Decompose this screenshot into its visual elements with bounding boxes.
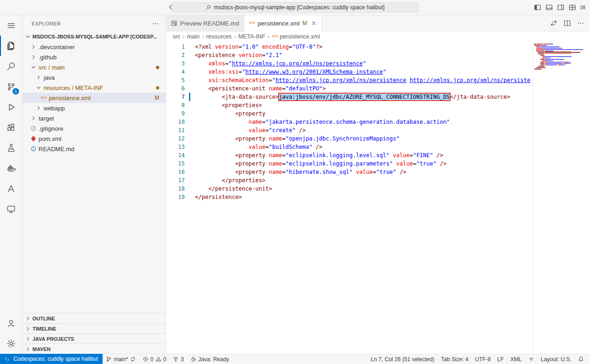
tree-item-target[interactable]: target [22, 113, 166, 123]
status-forwarded-ports[interactable]: 3 [169, 354, 187, 364]
status-problems[interactable]: 00 [139, 354, 169, 364]
activity-azure[interactable] [0, 179, 22, 199]
customize-layout-icon[interactable] [569, 4, 576, 11]
code-line-15[interactable]: 15 <property name="eclipselink.logging.p… [166, 160, 533, 168]
status-encoding[interactable]: UTF-8 [472, 354, 494, 364]
status-notifications[interactable] [575, 354, 587, 364]
line-number: 18 [166, 185, 185, 193]
code-line-19[interactable]: 19</persistence> [166, 193, 533, 201]
gutter [185, 51, 195, 59]
status-cursor-position[interactable]: Ln 7, Col 26 (51 selected) [367, 354, 437, 364]
tree-item-persistence-xml[interactable]: </>persistence.xmlM [22, 93, 166, 103]
status-tab-size[interactable]: Tab Size: 4 [438, 354, 472, 364]
sidebar-section-outline[interactable]: OUTLINE [22, 313, 166, 323]
minimap-line [534, 44, 584, 45]
status-connection[interactable] [525, 354, 538, 364]
minimap-line [534, 57, 584, 58]
tree-item-webapp[interactable]: webapp [22, 103, 166, 113]
code-line-5[interactable]: 5 xsi:schemaLocation="http://xmlns.jcp.o… [166, 76, 533, 84]
code-line-7[interactable]: 7 <jta-data-source>java:jboss/env/jdbc/A… [166, 93, 533, 101]
code-text: <property name="eclipselink.logging.leve… [195, 151, 443, 160]
status-right: Ln 7, Col 26 (51 selected)Tab Size: 4UTF… [367, 354, 590, 364]
code-line-3[interactable]: 3 xmlns="http://xmlns.jcp.org/xml/ns/per… [166, 59, 533, 68]
code-text: <property name="openjpa.jdbc.Synchronize… [195, 134, 400, 143]
activity-source-control[interactable]: 1 [0, 77, 22, 97]
activity-menu[interactable] [0, 15, 22, 36]
code-line-2[interactable]: 2<persistence version="2.1" [166, 51, 533, 59]
command-center-search[interactable]: msdocs-jboss-mysql-sample-app [Codespace… [172, 2, 419, 13]
activity-explorer[interactable] [0, 36, 22, 56]
more-actions-icon[interactable] [577, 19, 584, 27]
activity-extensions[interactable] [0, 117, 22, 138]
code-line-12[interactable]: 12 <property name="openjpa.jdbc.Synchron… [166, 134, 533, 143]
tree-item-pom-xml[interactable]: pom.xml [22, 134, 166, 144]
code-line-1[interactable]: 1<?xml version="1.0" encoding="UTF-8"?> [166, 43, 533, 51]
tree-item-label: .devcontainer [39, 44, 75, 51]
tree-item-devcontainer[interactable]: .devcontainer [22, 42, 166, 52]
status-text: Layout: U.S. [541, 356, 571, 363]
tab-preview-readme-md[interactable]: Preview README.md [166, 15, 244, 31]
activity-run-debug[interactable] [0, 97, 22, 117]
layout-panel-icon[interactable] [545, 4, 553, 11]
breadcrumb-meta-inf[interactable]: META-INF [238, 33, 265, 40]
split-editor-icon[interactable] [564, 19, 571, 27]
tree-item-github[interactable]: .github [22, 52, 166, 62]
tree-item-src-main[interactable]: src / main [22, 62, 166, 72]
chevron-right-icon [24, 315, 32, 322]
swap-icon[interactable] [550, 19, 558, 27]
tree-root-folder[interactable]: MSDOCS-JBOSS-MYSQL-SAMPLE-APP [CODESP... [22, 32, 166, 42]
tree-item-java[interactable]: java [22, 72, 166, 83]
status-eol[interactable]: LF [494, 354, 507, 364]
activity-container[interactable] [0, 158, 22, 179]
layout-sidebar-left-icon[interactable] [534, 4, 541, 11]
code-line-18[interactable]: 18 </persistence-unit> [166, 185, 533, 193]
sidebar-section-java-projects[interactable]: JAVA PROJECTS [22, 333, 166, 344]
layout-secondary-icon[interactable] [557, 4, 564, 11]
tree-item-resources-meta-inf[interactable]: resources / META-INF [22, 83, 166, 93]
code-line-17[interactable]: 17 </properties> [166, 176, 533, 185]
sidebar-section-timeline[interactable]: TIMELINE [22, 323, 166, 333]
activity-settings-gear[interactable] [0, 333, 22, 354]
status-java-status[interactable]: Java: Ready [187, 354, 233, 364]
code-line-11[interactable]: 11 value="create" /> [166, 126, 533, 134]
status-git-branch[interactable]: main* [103, 354, 139, 364]
code-line-4[interactable]: 4 xmlns:xsi="http://www.w3.org/2001/XMLS… [166, 68, 533, 76]
tree-item-gitignore[interactable]: .gitignore [22, 123, 166, 134]
selected-text: java:jboss/env/jdbc/AZURE_MYSQL_CONNECTI… [279, 94, 450, 100]
code-line-6[interactable]: 6 <persistence-unit name="defaultPU"> [166, 84, 533, 93]
editor-scrollbar[interactable] [584, 42, 590, 354]
gutter [185, 160, 195, 168]
status-remote-indicator[interactable]: Codespaces: cuddly space halibut [0, 354, 103, 364]
code-line-16[interactable]: 16 <property name="hibernate.show_sql" v… [166, 168, 533, 176]
java-status-icon [190, 356, 196, 362]
code-text: value="buildSchema" /> [195, 143, 323, 151]
line-number: 2 [166, 51, 185, 59]
code-line-14[interactable]: 14 <property name="eclipselink.logging.l… [166, 151, 533, 160]
breadcrumb-persistence-xml[interactable]: persistence.xml [279, 33, 320, 40]
activity-bar-spacer [0, 219, 22, 313]
breadcrumb-main[interactable]: main [187, 33, 200, 40]
code-line-10[interactable]: 10 name="jakarta.persistence.schema-gene… [166, 118, 533, 126]
close-icon[interactable] [311, 20, 317, 26]
code-text: <property name="hibernate.show_sql" valu… [195, 168, 406, 176]
status-keyboard-layout[interactable]: Layout: U.S. [538, 354, 575, 364]
views-more-actions-icon[interactable] [152, 20, 159, 27]
activity-account[interactable] [0, 313, 22, 333]
activity-search[interactable] [0, 56, 22, 77]
minimap[interactable] [533, 42, 584, 354]
tree-item-label: README.md [39, 146, 74, 153]
code-line-9[interactable]: 9 <property [166, 109, 533, 118]
minimap-line [534, 56, 584, 57]
tab-persistence-xml[interactable]: </>persistence.xmlM [244, 15, 322, 31]
code-editor[interactable]: 1<?xml version="1.0" encoding="UTF-8"?>2… [166, 42, 533, 354]
status-language-mode[interactable]: XML [507, 354, 525, 364]
gutter [185, 176, 195, 185]
sidebar-section-maven[interactable]: MAVEN [22, 344, 166, 354]
code-line-8[interactable]: 8 <properties> [166, 101, 533, 109]
activity-testing[interactable] [0, 138, 22, 158]
tree-item-readme-md[interactable]: README.md [22, 144, 166, 154]
activity-remote-explorer[interactable] [0, 199, 22, 219]
code-line-13[interactable]: 13 value="buildSchema" /> [166, 143, 533, 151]
breadcrumb-src[interactable]: src [173, 33, 181, 40]
breadcrumb-resources[interactable]: resources [206, 33, 232, 40]
